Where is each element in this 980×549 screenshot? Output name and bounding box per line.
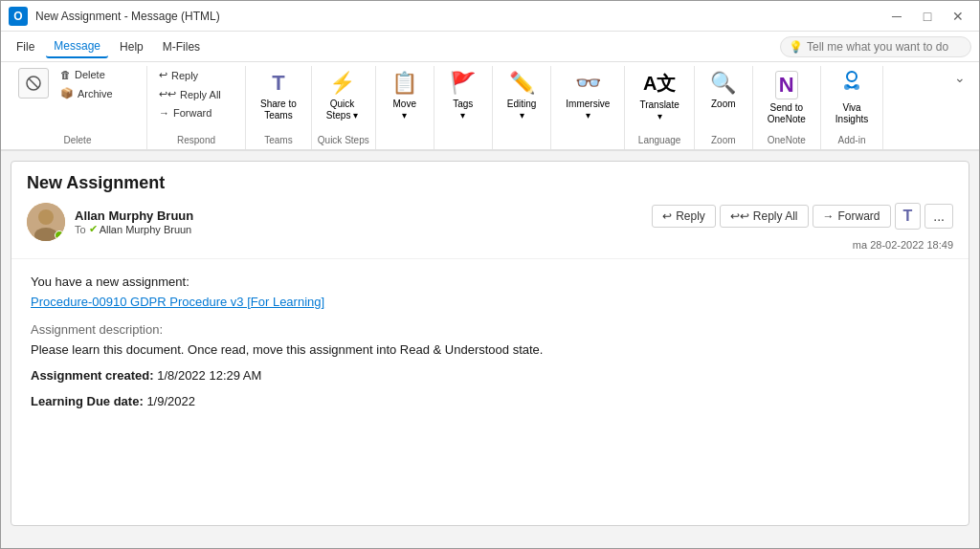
menu-mfiles[interactable]: M-Files xyxy=(155,36,208,57)
menu-help[interactable]: Help xyxy=(112,36,151,57)
close-button[interactable]: ✕ xyxy=(945,7,971,26)
sender-avatar xyxy=(27,203,65,241)
forward-icon: → xyxy=(159,107,169,119)
reply-label: Reply xyxy=(171,70,198,81)
email-header: New Assignment xyxy=(11,162,969,259)
search-input[interactable] xyxy=(807,40,963,54)
description-label: Assignment description: xyxy=(31,322,949,337)
ribbon-group-respond: ↩ Reply ↩↩ Reply All → Forward Respond xyxy=(147,66,246,149)
svg-point-4 xyxy=(854,84,859,90)
immersive-buttons: 👓 Immersive▾ xyxy=(557,66,618,141)
delete-button[interactable]: 🗑 Delete xyxy=(55,66,141,83)
quick-steps-label: QuickSteps ▾ xyxy=(326,99,358,121)
editing-button[interactable]: ✏️ Editing▾ xyxy=(499,66,546,126)
translate-button[interactable]: A文 Translate▾ xyxy=(631,66,687,127)
move-buttons: 📋 Move▾ xyxy=(382,66,428,141)
svg-line-1 xyxy=(29,78,38,88)
reply-all-action-label: Reply All xyxy=(753,209,798,223)
email-actions-wrapper: ↩ Reply ↩↩ Reply All → Forward T xyxy=(652,203,953,251)
share-to-teams-button[interactable]: T Share toTeams xyxy=(252,66,305,126)
maximize-button[interactable]: □ xyxy=(914,7,941,26)
immersive-icon: 👓 xyxy=(575,71,601,96)
reply-all-action-button[interactable]: ↩↩ Reply All xyxy=(720,205,809,228)
online-indicator xyxy=(55,231,64,240)
ribbon-group-language: A文 Translate▾ Language xyxy=(625,66,694,149)
immersive-button[interactable]: 👓 Immersive▾ xyxy=(557,66,618,126)
tell-me-search[interactable]: 💡 xyxy=(780,36,971,57)
menu-message[interactable]: Message xyxy=(46,35,108,58)
titlebar-controls: ─ □ ✕ xyxy=(883,7,971,26)
tags-button[interactable]: 🚩 Tags▾ xyxy=(440,66,486,126)
delete-icon: 🗑 xyxy=(60,69,71,80)
ribbon-group-teams: T Share toTeams Teams xyxy=(246,66,312,149)
due-label: Learning Due date: 1/9/2022 xyxy=(31,394,949,408)
zoom-button[interactable]: 🔍 Zoom xyxy=(701,66,746,115)
reply-action-icon: ↩ xyxy=(662,209,672,223)
quick-steps-buttons: ⚡ QuickSteps ▾ xyxy=(318,66,369,130)
email-timestamp: ma 28-02-2022 18:49 xyxy=(853,239,953,251)
menu-file[interactable]: File xyxy=(9,36,42,57)
ribbon-group-immersive: 👓 Immersive▾ xyxy=(551,66,625,149)
lightbulb-icon: 💡 xyxy=(789,40,803,54)
sender-name: Allan Murphy Bruun xyxy=(75,209,193,223)
zoom-icon: 🔍 xyxy=(710,71,736,96)
more-actions-button[interactable]: ... xyxy=(924,204,953,229)
onenote-label: Send toOneNote xyxy=(768,102,806,125)
reply-action-button[interactable]: ↩ Reply xyxy=(652,205,716,228)
teams-action-button[interactable]: T xyxy=(895,203,922,230)
tags-label: Tags▾ xyxy=(453,99,473,121)
onenote-button[interactable]: N Send toOneNote xyxy=(759,66,814,130)
addin-buttons: VivaInsights xyxy=(827,66,877,130)
ribbon-group-onenote: N Send toOneNote OneNote xyxy=(753,66,821,149)
archive-button[interactable]: 📦 Archive xyxy=(55,84,141,102)
ribbon-expand-button[interactable]: ⌄ xyxy=(948,66,971,89)
titlebar-title: New Assignment - Message (HTML) xyxy=(35,10,220,23)
to-label: To xyxy=(75,224,86,235)
email-sender-section: Allan Murphy Bruun To ✔ Allan Murphy Bru… xyxy=(27,203,193,241)
ribbon-group-editing: ✏️ Editing▾ xyxy=(493,66,552,149)
description-text: Please learn this document. Once read, m… xyxy=(31,342,949,357)
editing-buttons: ✏️ Editing▾ xyxy=(499,66,546,141)
editing-label: Editing▾ xyxy=(507,99,537,121)
translate-label: Translate▾ xyxy=(639,99,679,122)
delete-label: Delete xyxy=(75,69,105,80)
svg-point-3 xyxy=(844,84,850,90)
delete-group-label: Delete xyxy=(14,132,141,145)
forward-action-button[interactable]: → Forward xyxy=(813,205,891,228)
move-button[interactable]: 📋 Move▾ xyxy=(382,66,428,126)
forward-action-icon: → xyxy=(823,209,835,223)
menubar: File Message Help M-Files 💡 xyxy=(1,32,979,62)
reply-all-label: Reply All xyxy=(180,89,221,100)
teams-group-label: Teams xyxy=(252,132,305,145)
ribbon-group-zoom: 🔍 Zoom Zoom xyxy=(695,66,753,149)
forward-button[interactable]: → Forward xyxy=(153,104,239,121)
addin-group-label: Add-in xyxy=(827,132,877,145)
svg-point-2 xyxy=(847,72,857,81)
reply-all-button[interactable]: ↩↩ Reply All xyxy=(153,85,239,103)
titlebar: O New Assignment - Message (HTML) ─ □ ✕ xyxy=(1,1,979,32)
reply-button[interactable]: ↩ Reply xyxy=(153,66,239,84)
teams-action-icon: T xyxy=(903,208,913,225)
ribbon: 🗑 Delete 📦 Archive Delete ↩ Reply ↩↩ xyxy=(1,62,979,151)
quick-steps-button[interactable]: ⚡ QuickSteps ▾ xyxy=(318,66,367,126)
reply-all-action-icon: ↩↩ xyxy=(730,209,749,223)
ribbon-group-quick-steps: ⚡ QuickSteps ▾ Quick Steps xyxy=(312,66,376,149)
respond-group-label: Respond xyxy=(153,132,239,145)
zoom-buttons: 🔍 Zoom xyxy=(701,66,746,130)
description-section: Assignment description: Please learn thi… xyxy=(31,322,949,357)
email-panel: New Assignment xyxy=(11,161,969,526)
assignment-link[interactable]: Procedure-00910 GDPR Procedure v3 [For L… xyxy=(31,295,324,309)
forward-action-label: Forward xyxy=(838,209,880,223)
delete-buttons: 🗑 Delete 📦 Archive xyxy=(14,66,141,130)
ignore-icon[interactable] xyxy=(18,68,49,99)
created-label: Assignment created: 1/8/2022 12:29 AM xyxy=(31,368,949,383)
tags-buttons: 🚩 Tags▾ xyxy=(440,66,486,141)
viva-insights-button[interactable]: VivaInsights xyxy=(827,66,877,130)
assignment-notification: You have a new assignment: xyxy=(31,274,949,289)
minimize-button[interactable]: ─ xyxy=(883,7,910,26)
to-recipient: ✔ Allan Murphy Bruun xyxy=(89,223,192,235)
translate-icon: A文 xyxy=(643,71,676,97)
email-meta: Allan Murphy Bruun To ✔ Allan Murphy Bru… xyxy=(27,203,953,251)
archive-icon: 📦 xyxy=(60,87,74,99)
language-group-label: Language xyxy=(631,132,687,145)
